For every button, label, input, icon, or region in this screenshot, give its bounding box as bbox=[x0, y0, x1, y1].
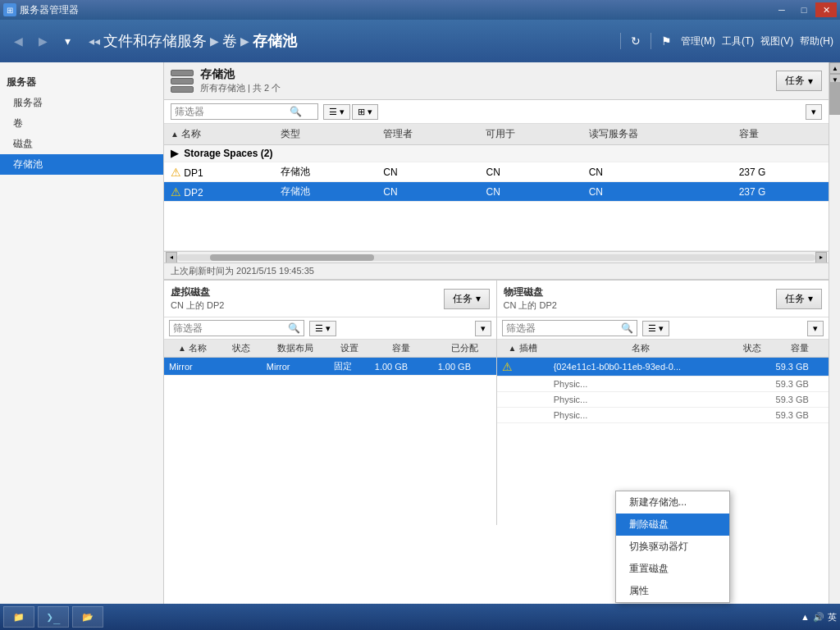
physical-disk-section: 物理磁盘 CN 上的 DP2 任务 ▾ 🔍 ☰ ▾ bbox=[497, 281, 829, 525]
col-available[interactable]: 可用于 bbox=[479, 124, 582, 145]
vd-table: ▲ 名称 状态 数据布局 设置 容量 已分配 Mirror Mirror bbox=[164, 340, 496, 376]
vd-col-setting[interactable]: 设置 bbox=[329, 340, 370, 358]
pd-warning-icon: ⚠ bbox=[502, 360, 513, 373]
nav-dropdown-button[interactable]: ▾ bbox=[56, 30, 79, 52]
pd-header: 物理磁盘 CN 上的 DP2 任务 ▾ bbox=[497, 281, 829, 317]
pd-filter-bar: 🔍 ☰ ▾ ▾ bbox=[497, 317, 829, 340]
context-menu-item-remove-disk[interactable]: 删除磁盘 bbox=[616, 514, 729, 536]
scroll-left-button[interactable]: ◂ bbox=[166, 252, 177, 263]
vd-filter-input[interactable] bbox=[173, 322, 288, 334]
explorer-icon: 📂 bbox=[80, 609, 96, 625]
pool-view-grid-button[interactable]: ⊞ ▾ bbox=[352, 104, 378, 120]
main-scrollbar[interactable]: ▲ ▼ bbox=[829, 62, 840, 604]
vd-task-dropdown-icon: ▾ bbox=[476, 293, 481, 304]
context-menu-item-reset-disk[interactable]: 重置磁盘 bbox=[616, 558, 729, 580]
pd-filter-input[interactable] bbox=[506, 322, 621, 334]
close-button[interactable]: ✕ bbox=[815, 2, 837, 17]
pool-group-row: ▶ Storage Spaces (2) bbox=[164, 145, 829, 162]
breadcrumb-arrow-icon: ◂◂ bbox=[89, 34, 100, 48]
scroll-track[interactable] bbox=[177, 254, 815, 261]
context-menu-item-properties[interactable]: 属性 bbox=[616, 580, 729, 602]
sidebar-item-disks[interactable]: 磁盘 bbox=[0, 134, 163, 154]
pool-filter-input[interactable] bbox=[175, 106, 290, 117]
table-row[interactable]: Physic... 59.3 GB bbox=[497, 408, 829, 423]
empty-row bbox=[164, 202, 829, 251]
col-manager[interactable]: 管理者 bbox=[377, 124, 479, 145]
vd-collapse-button[interactable]: ▾ bbox=[475, 321, 491, 336]
minimize-button[interactable]: ─ bbox=[771, 2, 792, 17]
breadcrumb-item-files[interactable]: 文件和存储服务 bbox=[103, 31, 207, 51]
pool-scrollbar[interactable]: ◂ ▸ bbox=[164, 251, 829, 262]
col-name[interactable]: ▲ 名称 bbox=[164, 124, 274, 145]
flag-icon[interactable]: ⚑ bbox=[655, 30, 678, 52]
scroll-up-button[interactable]: ▲ bbox=[829, 62, 840, 74]
pd-collapse-button[interactable]: ▾ bbox=[807, 321, 824, 336]
pd-view-button[interactable]: ☰ ▾ bbox=[642, 321, 669, 336]
context-menu-item-toggle-light[interactable]: 切换驱动器灯 bbox=[616, 536, 729, 558]
pd-col-capacity[interactable]: 容量 bbox=[771, 340, 829, 358]
powershell-icon: ❯_ bbox=[45, 609, 62, 625]
status-text: 上次刷新时间为 2021/5/15 19:45:35 bbox=[171, 265, 314, 277]
warning-icon-dp1: ⚠ bbox=[171, 166, 181, 179]
pool-collapse-button[interactable]: ▾ bbox=[806, 104, 822, 120]
taskbar-arrow-icon[interactable]: ▲ bbox=[801, 612, 810, 622]
breadcrumb-item-volumes[interactable]: 卷 bbox=[222, 31, 237, 51]
help-menu[interactable]: 帮助(H) bbox=[800, 34, 833, 48]
forward-button[interactable]: ▶ bbox=[31, 30, 54, 52]
maximize-button[interactable]: □ bbox=[793, 2, 815, 17]
pool-task-button[interactable]: 任务 ▾ bbox=[776, 71, 822, 91]
vd-col-layout[interactable]: 数据布局 bbox=[262, 340, 329, 358]
col-type[interactable]: 类型 bbox=[274, 124, 377, 145]
manage-menu[interactable]: 管理(M) bbox=[681, 34, 715, 48]
warning-icon-dp2: ⚠ bbox=[171, 185, 181, 199]
back-button[interactable]: ◀ bbox=[7, 30, 30, 52]
vd-header: 虚拟磁盘 CN 上的 DP2 任务 ▾ bbox=[164, 281, 496, 317]
pd-task-dropdown-icon: ▾ bbox=[808, 293, 813, 304]
taskbar-powershell-button[interactable]: ❯_ bbox=[38, 606, 69, 628]
pd-col-status[interactable]: 状态 bbox=[733, 340, 771, 358]
pool-filter-wrap[interactable]: 🔍 bbox=[171, 103, 318, 120]
vd-col-allocated[interactable]: 已分配 bbox=[433, 340, 496, 358]
pd-col-slot[interactable]: ▲ 插槽 bbox=[497, 340, 549, 358]
refresh-button[interactable]: ↻ bbox=[624, 30, 647, 52]
taskbar-lang-indicator: 英 bbox=[828, 611, 837, 623]
toolbar: ◀ ▶ ▾ ◂◂ 文件和存储服务 ▶ 卷 ▶ 存储池 ↻ ⚑ 管理(M) 工具(… bbox=[0, 20, 840, 62]
section-title: 存储池 bbox=[200, 67, 281, 82]
sidebar-item-servers[interactable]: 服务器 bbox=[0, 93, 163, 113]
scroll-thumb-v[interactable] bbox=[829, 82, 840, 115]
taskbar-explorer-button[interactable]: 📂 bbox=[72, 606, 103, 628]
group-name: Storage Spaces (2) bbox=[184, 148, 272, 159]
taskbar-files-button[interactable]: 📁 bbox=[3, 606, 34, 628]
breadcrumb-sep-1: ▶ bbox=[210, 34, 219, 48]
table-row[interactable]: ⚠ {024e11c1-b0b0-11eb-93ed-0... 59.3 GB bbox=[497, 358, 829, 377]
toolbar-divider-2 bbox=[651, 33, 651, 49]
vd-col-name[interactable]: ▲ 名称 bbox=[164, 340, 221, 358]
table-row[interactable]: Physic... 59.3 GB bbox=[497, 392, 829, 408]
scroll-right-button[interactable]: ▸ bbox=[815, 252, 827, 263]
vd-task-button[interactable]: 任务 ▾ bbox=[444, 289, 490, 309]
scroll-thumb[interactable] bbox=[210, 254, 374, 261]
content-area: 存储池 所有存储池 | 共 2 个 任务 ▾ 🔍 ☰ ▾ ⊞ ▾ ▾ bbox=[164, 62, 829, 604]
sidebar-item-volumes[interactable]: 卷 bbox=[0, 113, 163, 134]
vd-col-status[interactable]: 状态 bbox=[221, 340, 262, 358]
sidebar-item-pools[interactable]: 存储池 bbox=[0, 154, 163, 175]
table-row[interactable]: ⚠ DP2 存储池 CN CN CN 237 G bbox=[164, 182, 829, 202]
col-rw[interactable]: 读写服务器 bbox=[582, 124, 733, 145]
context-menu: 新建存储池... 删除磁盘 切换驱动器灯 重置磁盘 属性 bbox=[615, 491, 730, 603]
pd-filter-wrap[interactable]: 🔍 bbox=[502, 320, 637, 336]
pool-view-list-button[interactable]: ☰ ▾ bbox=[323, 104, 350, 120]
context-menu-item-new-pool[interactable]: 新建存储池... bbox=[616, 491, 729, 514]
pool-table: ▲ 名称 类型 管理者 可用于 读写服务器 容量 ▶ Storage Space… bbox=[164, 124, 829, 251]
taskbar-volume-icon[interactable]: 🔊 bbox=[813, 612, 824, 623]
table-row[interactable]: ⚠ DP1 存储池 CN CN CN 237 G bbox=[164, 162, 829, 182]
vd-col-capacity[interactable]: 容量 bbox=[370, 340, 433, 358]
view-menu[interactable]: 视图(V) bbox=[760, 34, 793, 48]
tools-menu[interactable]: 工具(T) bbox=[722, 34, 754, 48]
col-capacity[interactable]: 容量 bbox=[733, 124, 829, 145]
pd-task-button[interactable]: 任务 ▾ bbox=[776, 289, 822, 309]
pd-col-name[interactable]: 名称 bbox=[549, 340, 733, 358]
table-row[interactable]: Mirror Mirror 固定 1.00 GB 1.00 GB bbox=[164, 358, 496, 376]
table-row[interactable]: Physic... 59.3 GB bbox=[497, 377, 829, 392]
vd-view-button[interactable]: ☰ ▾ bbox=[309, 321, 336, 336]
vd-filter-wrap[interactable]: 🔍 bbox=[169, 320, 304, 336]
